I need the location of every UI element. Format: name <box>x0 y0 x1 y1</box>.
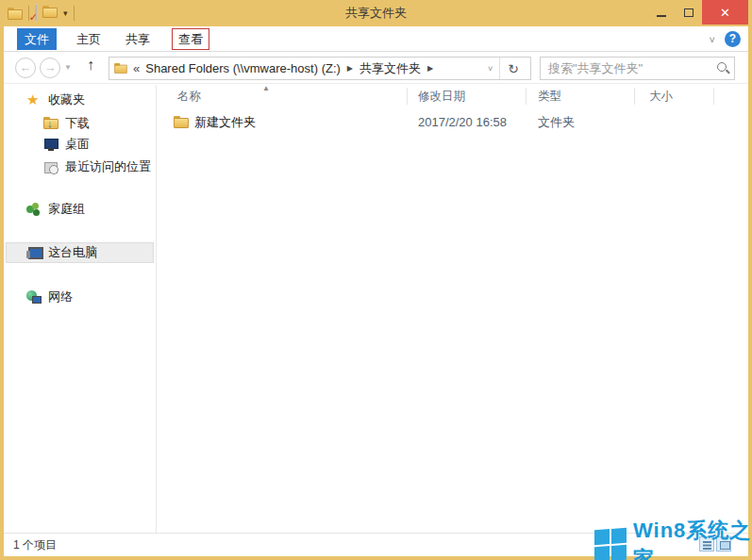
address-folder-icon <box>114 63 127 74</box>
table-row[interactable]: 新建文件夹 2017/2/20 16:58 文件夹 <box>157 112 742 133</box>
recent-locations-chevron-icon[interactable]: ▼ <box>64 63 72 72</box>
column-header-size[interactable]: 大小 <box>649 85 673 107</box>
titlebar: ▾ 共享文件夹 ✕ <box>0 0 752 26</box>
column-header-date-modified[interactable]: 修改日期 <box>418 85 465 107</box>
sidebar-item-label: 网络 <box>48 288 73 305</box>
address-dropdown-chevron-icon[interactable]: ˅ <box>481 64 499 74</box>
back-icon: ← <box>20 60 32 74</box>
close-icon: ✕ <box>720 6 730 20</box>
forward-button[interactable]: → <box>40 58 60 78</box>
breadcrumb-segment[interactable]: 共享文件夹 <box>359 60 421 77</box>
file-list: ▲ 名称 修改日期 类型 大小 新建文件夹 2017/2/20 16:58 文件… <box>157 85 748 533</box>
breadcrumb-arrow-icon[interactable]: ▶ <box>347 64 353 73</box>
item-count: 1 个项目 <box>13 534 57 556</box>
tab-file[interactable]: 文件 <box>17 28 57 50</box>
breadcrumb-segment[interactable]: Shared Folders (\\vmware-host) (Z:) <box>145 61 341 75</box>
sidebar-item-homegroup[interactable]: 家庭组 <box>26 199 85 220</box>
column-divider[interactable] <box>713 88 714 105</box>
tab-view-annotated[interactable]: 查看 <box>172 28 209 50</box>
back-button[interactable]: ← <box>15 58 36 78</box>
minimize-button[interactable] <box>647 0 675 25</box>
window-title: 共享文件夹 <box>0 0 752 26</box>
watermark-text: Win8系统之家 <box>633 517 752 560</box>
sidebar-item-favorites[interactable]: ★ 收藏夹 <box>26 90 85 110</box>
close-button[interactable]: ✕ <box>702 0 748 25</box>
sidebar-item-downloads[interactable]: ↓ 下载 <box>43 113 90 134</box>
sidebar-item-recent-places[interactable]: 最近访问的位置 <box>43 156 151 177</box>
search-input[interactable] <box>541 61 714 75</box>
address-bar[interactable]: « Shared Folders (\\vmware-host) (Z:) ▶ … <box>109 57 531 80</box>
downloads-folder-icon: ↓ <box>43 116 58 131</box>
sidebar-item-label: 最近访问的位置 <box>65 158 151 175</box>
column-header-name[interactable]: 名称 <box>177 85 201 107</box>
column-divider[interactable] <box>634 88 635 105</box>
recent-places-icon <box>43 159 58 174</box>
file-date-modified: 2017/2/20 16:58 <box>418 112 507 133</box>
file-name[interactable]: 新建文件夹 <box>194 112 256 133</box>
file-type: 文件夹 <box>538 112 575 133</box>
column-divider[interactable] <box>526 88 526 105</box>
sidebar-item-network[interactable]: 网络 <box>26 287 73 307</box>
forward-icon: → <box>44 60 57 74</box>
help-icon[interactable]: ? <box>725 31 741 47</box>
sidebar-item-label: 家庭组 <box>48 201 85 218</box>
divider <box>4 51 748 52</box>
network-icon <box>26 289 42 305</box>
sidebar-item-this-pc[interactable]: 这台电脑 <box>6 242 154 263</box>
divider <box>4 83 748 84</box>
homegroup-icon <box>26 202 42 217</box>
watermark: Win8系统之家 <box>594 517 752 560</box>
desktop-icon <box>43 137 58 152</box>
refresh-icon[interactable]: ↻ <box>500 61 526 76</box>
ribbon-tab-bar: 文件 主页 共享 查看 ˅ ? <box>4 26 748 52</box>
column-divider[interactable] <box>407 88 408 105</box>
breadcrumb-overflow[interactable]: « <box>133 61 140 75</box>
explorer-window: ▾ 共享文件夹 ✕ 文件 主页 共享 查看 ˅ ? ← → ▼ ↑ « Shar… <box>0 0 752 560</box>
tab-home[interactable]: 主页 <box>74 28 104 50</box>
column-header-type[interactable]: 类型 <box>538 85 561 107</box>
window-controls: ✕ <box>647 0 748 25</box>
windows-logo-icon <box>594 528 627 560</box>
tab-share[interactable]: 共享 <box>123 28 153 50</box>
sort-ascending-icon: ▲ <box>262 84 270 92</box>
computer-icon <box>26 245 42 260</box>
breadcrumb-arrow-icon[interactable]: ▶ <box>427 64 433 73</box>
star-icon: ★ <box>26 92 42 107</box>
minimize-ribbon-chevron-icon[interactable]: ˅ <box>710 34 715 45</box>
sidebar-item-label: 这台电脑 <box>48 244 97 261</box>
folder-icon <box>174 116 189 128</box>
search-icon[interactable] <box>714 58 735 79</box>
up-arrow-icon: ↑ <box>87 57 94 73</box>
search-box[interactable] <box>540 57 735 80</box>
maximize-button[interactable] <box>675 0 702 25</box>
minimize-icon <box>657 15 666 17</box>
up-button[interactable]: ↑ <box>87 57 94 74</box>
sidebar-item-label: 桌面 <box>65 136 90 153</box>
navigation-bar: ← → ▼ ↑ « Shared Folders (\\vmware-host)… <box>4 53 748 84</box>
sidebar-item-label: 收藏夹 <box>48 91 85 108</box>
navigation-pane: ★ 收藏夹 ↓ 下载 桌面 最近访问的位置 家庭组 这台电脑 网络 <box>4 85 156 533</box>
sidebar-item-label: 下载 <box>65 115 90 132</box>
maximize-icon <box>684 8 694 17</box>
window-border <box>748 26 752 560</box>
sidebar-item-desktop[interactable]: 桌面 <box>43 134 90 155</box>
